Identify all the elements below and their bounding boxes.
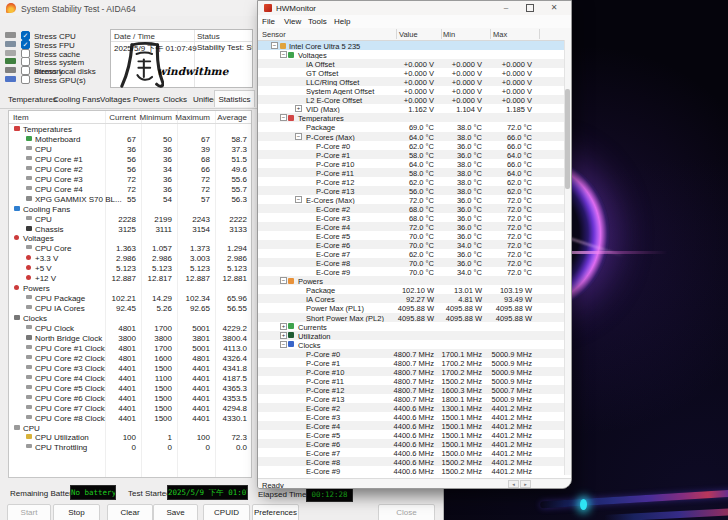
sensor-row[interactable]: E-Core #94400.6 MHz1500.2 MHz4401.2 MHz <box>258 466 565 475</box>
sensor-row[interactable]: P-Core #114800.7 MHz1500.2 MHz5000.9 MHz <box>258 376 565 385</box>
table-section-row[interactable]: Temperatures <box>9 124 251 134</box>
sensor-row[interactable]: Package102.10 W13.01 W103.19 W <box>258 285 565 294</box>
stress-option[interactable]: Stress system memory <box>0 57 110 66</box>
sensor-row[interactable]: P-Core #124800.7 MHz1600.3 MHz5000.7 MHz <box>258 385 565 394</box>
sensor-row[interactable]: E-Core #74400.6 MHz1500.0 MHz4401.2 MHz <box>258 448 565 457</box>
sensor-row-selected[interactable]: −Intel Core Ultra 5 235 <box>258 41 565 50</box>
checkbox-checked[interactable]: ✓ <box>21 31 30 40</box>
hwmonitor-titlebar[interactable]: HWMonitor – ✕ <box>258 1 571 15</box>
table-row[interactable]: CPU Core #1 Clock4801170050014113.0 <box>9 343 251 353</box>
table-row[interactable]: CPU Clock4801170050014229.2 <box>9 323 251 333</box>
table-section-row[interactable]: CPU <box>9 423 251 433</box>
stress-option[interactable]: ✓Stress CPU <box>0 31 110 40</box>
sensor-row[interactable]: −P-Cores (Max)64.0 °C38.0 °C66.0 °C <box>258 132 565 141</box>
sensor-row[interactable]: −E-Cores (Max)72.0 °C36.0 °C72.0 °C <box>258 195 565 204</box>
table-row[interactable]: CPU Throttling0000.0 <box>9 442 251 452</box>
sensor-row[interactable]: +Utilization <box>258 331 565 340</box>
checkbox-unchecked[interactable] <box>21 57 30 66</box>
menu-tools[interactable]: Tools <box>308 17 327 26</box>
table-section-row[interactable]: Clocks <box>9 313 251 323</box>
sensor-row[interactable]: −Voltages <box>258 50 565 59</box>
table-row[interactable]: CPU Core #3 Clock4401150044014341.8 <box>9 363 251 373</box>
sensor-row[interactable]: P-Core #1158.0 °C38.0 °C64.0 °C <box>258 168 565 177</box>
sensor-row[interactable]: +Currents <box>258 322 565 331</box>
table-row[interactable]: CPU Package102.2114.29102.3465.96 <box>9 293 251 303</box>
table-row[interactable]: CPU36363937.3 <box>9 144 251 154</box>
table-row[interactable]: +5 V5.1235.1235.1235.123 <box>9 263 251 273</box>
checkbox-unchecked[interactable] <box>21 66 30 75</box>
tab-voltages[interactable]: Voltages <box>100 95 131 104</box>
sensor-row[interactable]: E-Core #64400.6 MHz1500.1 MHz4401.2 MHz <box>258 439 565 448</box>
stress-option[interactable]: ✓Stress FPU <box>0 40 110 49</box>
tab-temperatures[interactable]: Temperatures <box>8 95 57 104</box>
sensor-row[interactable]: −Temperatures <box>258 113 565 122</box>
collapse-icon[interactable]: − <box>280 114 287 121</box>
table-row[interactable]: +12 V12.88712.81712.88712.881 <box>9 273 251 283</box>
table-section-row[interactable]: Cooling Fans <box>9 204 251 214</box>
collapse-icon[interactable]: − <box>280 51 287 58</box>
start-button[interactable]: Start <box>7 504 51 520</box>
table-row[interactable]: Motherboard67506758.7 <box>9 134 251 144</box>
maximize-icon[interactable] <box>522 2 538 14</box>
table-row[interactable]: CPU Core #8 Clock4401150044014330.1 <box>9 413 251 423</box>
menu-file[interactable]: File <box>262 17 275 26</box>
table-row[interactable]: CPU Core #372367255.6 <box>9 174 251 184</box>
table-row[interactable]: CPU Core #4 Clock4401110044014187.5 <box>9 373 251 383</box>
table-row[interactable]: CPU Core #2 Clock4801160048014326.4 <box>9 353 251 363</box>
sensor-row[interactable]: GT Offset+0.000 V+0.000 V+0.000 V <box>258 68 565 77</box>
sensor-row[interactable]: P-Core #04800.7 MHz1700.1 MHz5000.9 MHz <box>258 349 565 358</box>
stop-button[interactable]: Stop <box>53 504 100 520</box>
sensor-row[interactable]: P-Core #134800.7 MHz1800.1 MHz5000.9 MHz <box>258 394 565 403</box>
hscroll-left-arrow-icon[interactable]: ◂ <box>508 480 519 488</box>
sensor-row[interactable]: E-Core #268.0 °C36.0 °C72.0 °C <box>258 204 565 213</box>
tab-cooling-fans[interactable]: Cooling Fans <box>53 95 100 104</box>
collapse-icon[interactable]: − <box>280 277 287 284</box>
test-log-listbox[interactable]: Date / Time Status 2025/5/9 下午 01:07:49 … <box>110 29 253 88</box>
sensor-row[interactable]: IA Cores92.27 W4.81 W93.49 W <box>258 294 565 303</box>
table-row[interactable]: CPU IA Cores92.455.2692.6556.55 <box>9 303 251 313</box>
sensor-row[interactable]: +VID (Max)1.162 V1.104 V1.185 V <box>258 104 565 113</box>
sensor-row[interactable]: P-Core #104800.7 MHz1700.2 MHz5000.9 MHz <box>258 367 565 376</box>
table-row[interactable]: XPG GAMMIX S70 BL...55545756.3 <box>9 194 251 204</box>
table-row[interactable]: CPU2228219922432222 <box>9 214 251 224</box>
sensor-row[interactable]: E-Core #670.0 °C34.0 °C72.0 °C <box>258 240 565 249</box>
sensor-row[interactable]: E-Core #44400.6 MHz1500.1 MHz4401.2 MHz <box>258 421 565 430</box>
close-button[interactable]: Close <box>378 504 435 520</box>
table-section-row[interactable]: Powers <box>9 283 251 293</box>
expand-icon[interactable]: + <box>295 105 302 112</box>
preferences-button[interactable]: Preferences <box>252 504 299 520</box>
sensor-row[interactable]: E-Core #472.0 °C36.0 °C72.0 °C <box>258 222 565 231</box>
checkbox-checked[interactable]: ✓ <box>21 40 30 49</box>
table-row[interactable]: CPU Core #256346649.6 <box>9 164 251 174</box>
table-row[interactable]: CPU Core1.3631.0571.3731.294 <box>9 243 251 253</box>
table-row[interactable]: CPU Core #5 Clock4401150044014365.3 <box>9 383 251 393</box>
statistics-table[interactable]: Item Current Minimum Maximum Average Tem… <box>8 110 252 478</box>
close-icon[interactable]: ✕ <box>546 2 562 14</box>
sensor-row[interactable]: Package69.0 °C38.0 °C72.0 °C <box>258 122 565 131</box>
menu-view[interactable]: View <box>284 17 301 26</box>
sensor-row[interactable]: E-Core #570.0 °C36.0 °C72.0 °C <box>258 231 565 240</box>
sensor-row[interactable]: E-Core #970.0 °C34.0 °C72.0 °C <box>258 267 565 276</box>
collapse-icon[interactable]: − <box>280 341 287 348</box>
expand-icon[interactable]: + <box>280 323 287 330</box>
sensor-row[interactable]: System Agent Offset+0.000 V+0.000 V+0.00… <box>258 86 565 95</box>
table-row[interactable]: CPU Core #156366851.5 <box>9 154 251 164</box>
checkbox-unchecked[interactable] <box>21 49 30 58</box>
collapse-icon[interactable]: − <box>295 133 302 140</box>
stress-option[interactable]: Stress cache <box>0 49 110 58</box>
sensor-row[interactable]: P-Core #1356.0 °C38.0 °C62.0 °C <box>258 186 565 195</box>
checkbox-unchecked[interactable] <box>21 75 30 84</box>
sensor-row[interactable]: −Powers <box>258 276 565 285</box>
table-row[interactable]: North Bridge Clock3800380038013800.4 <box>9 333 251 343</box>
sensor-row[interactable]: E-Core #368.0 °C36.0 °C72.0 °C <box>258 213 565 222</box>
sensor-column-header[interactable]: Sensor Value Min Max <box>258 28 571 41</box>
stress-option[interactable]: Stress GPU(s) <box>0 75 110 84</box>
sensor-row[interactable]: E-Core #24400.6 MHz1300.1 MHz4401.2 MHz <box>258 403 565 412</box>
vertical-scrollbar-thumb[interactable] <box>565 89 570 189</box>
sensor-row[interactable]: E-Core #34400.6 MHz1500.1 MHz4401.2 MHz <box>258 412 565 421</box>
tab-powers[interactable]: Powers <box>133 95 160 104</box>
tab-clocks[interactable]: Clocks <box>163 95 187 104</box>
sensor-row[interactable]: L2 E-Core Offset+0.000 V+0.000 V+0.000 V <box>258 95 565 104</box>
table-section-row[interactable]: Voltages <box>9 233 251 243</box>
menu-help[interactable]: Help <box>334 17 350 26</box>
